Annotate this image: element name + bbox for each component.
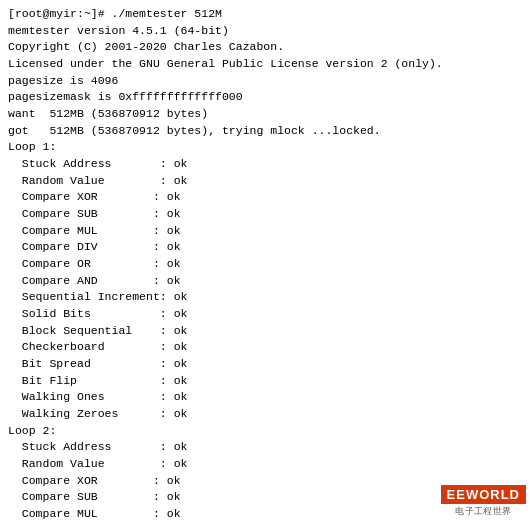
terminal-line: Compare AND : ok	[8, 273, 524, 290]
terminal-container: [root@myir:~]# ./memtester 512Mmemtester…	[0, 0, 532, 522]
terminal-line: Checkerboard : ok	[8, 339, 524, 356]
terminal-line: Random Value : ok	[8, 173, 524, 190]
terminal-line: Bit Spread : ok	[8, 356, 524, 373]
terminal-line: Sequential Increment: ok	[8, 289, 524, 306]
logo-area: EEWORLD 电子工程世界	[441, 485, 526, 518]
terminal-line: Solid Bits : ok	[8, 306, 524, 323]
terminal-line: Stuck Address : ok	[8, 156, 524, 173]
terminal-line: Bit Flip : ok	[8, 373, 524, 390]
brand-logo: EEWORLD	[441, 485, 526, 504]
terminal-line: Loop 2:	[8, 423, 524, 440]
terminal-line: Loop 1:	[8, 139, 524, 156]
terminal-line: Block Sequential : ok	[8, 323, 524, 340]
terminal-line: Random Value : ok	[8, 456, 524, 473]
terminal-line: got 512MB (536870912 bytes), trying mloc…	[8, 123, 524, 140]
terminal-line: Compare DIV : ok	[8, 239, 524, 256]
terminal-line: want 512MB (536870912 bytes)	[8, 106, 524, 123]
terminal-line: pagesizemask is 0xfffffffffffff000	[8, 89, 524, 106]
terminal-line: Copyright (C) 2001-2020 Charles Cazabon.	[8, 39, 524, 56]
terminal-line: memtester version 4.5.1 (64-bit)	[8, 23, 524, 40]
brand-sub: 电子工程世界	[455, 505, 511, 518]
terminal-line: Licensed under the GNU General Public Li…	[8, 56, 524, 73]
terminal-body[interactable]: [root@myir:~]# ./memtester 512Mmemtester…	[0, 0, 532, 522]
terminal-line: Compare SUB : ok	[8, 206, 524, 223]
terminal-line: Walking Ones : ok	[8, 389, 524, 406]
terminal-line: Compare OR : ok	[8, 256, 524, 273]
terminal-line: Walking Zeroes : ok	[8, 406, 524, 423]
terminal-line: [root@myir:~]# ./memtester 512M	[8, 6, 524, 23]
terminal-line: Compare XOR : ok	[8, 189, 524, 206]
terminal-line: Stuck Address : ok	[8, 439, 524, 456]
terminal-line: Compare MUL : ok	[8, 223, 524, 240]
terminal-line: pagesize is 4096	[8, 73, 524, 90]
